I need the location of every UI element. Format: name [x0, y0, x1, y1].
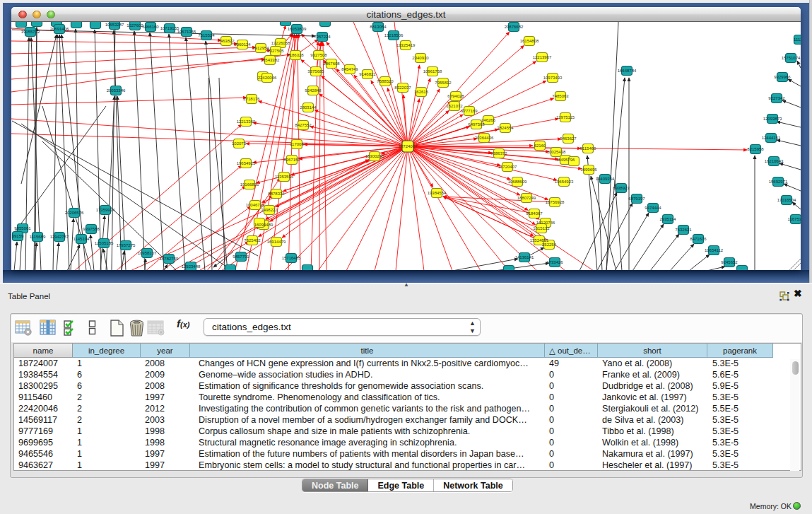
svg-text:12213967: 12213967 [533, 55, 552, 59]
svg-text:18807249: 18807249 [517, 196, 536, 200]
svg-text:12505185: 12505185 [95, 241, 114, 245]
svg-text:10958107: 10958107 [138, 251, 157, 255]
svg-text:19166825: 19166825 [240, 182, 259, 187]
svg-text:13325419: 13325419 [396, 43, 416, 47]
svg-text:9777169: 9777169 [461, 109, 478, 113]
svg-text:2803144: 2803144 [300, 105, 317, 110]
svg-text:7357224: 7357224 [314, 35, 331, 39]
svg-text:16543382: 16543382 [261, 58, 280, 62]
svg-text:6879197: 6879197 [628, 197, 645, 201]
svg-text:9463627: 9463627 [560, 136, 577, 141]
svg-text:18495796: 18495796 [556, 158, 575, 162]
svg-text:1733426: 1733426 [546, 260, 563, 264]
svg-text:16154808: 16154808 [520, 39, 539, 43]
svg-text:20691406: 20691406 [50, 27, 69, 31]
svg-text:746266: 746266 [481, 118, 496, 122]
svg-text:9115460: 9115460 [580, 146, 597, 151]
svg-text:14136141: 14136141 [515, 255, 534, 259]
svg-text:7588520: 7588520 [377, 79, 394, 83]
svg-text:3375685: 3375685 [307, 69, 324, 74]
svg-text:2935114: 2935114 [660, 217, 677, 221]
svg-text:10025438: 10025438 [547, 150, 566, 154]
svg-text:1621072: 1621072 [446, 104, 463, 108]
svg-text:9474444: 9474444 [645, 206, 661, 210]
svg-text:7485063: 7485063 [552, 94, 569, 98]
svg-text:19654923: 19654923 [555, 180, 574, 184]
svg-text:20206576: 20206576 [65, 211, 84, 215]
svg-text:1167533: 1167533 [788, 217, 801, 221]
svg-text:12213369: 12213369 [237, 119, 256, 124]
svg-text:7515524: 7515524 [198, 33, 215, 37]
svg-text:16210643: 16210643 [765, 159, 784, 163]
svg-text:11353594: 11353594 [275, 175, 294, 179]
svg-text:1615132: 1615132 [533, 226, 550, 230]
svg-text:9960124: 9960124 [234, 42, 251, 47]
svg-text:102073: 102073 [232, 141, 247, 146]
svg-text:9699695: 9699695 [580, 168, 597, 172]
svg-text:2867608: 2867608 [323, 62, 340, 66]
svg-text:8186328: 8186328 [287, 53, 304, 57]
svg-text:7632621: 7632621 [675, 228, 692, 232]
svg-text:62160: 62160 [534, 144, 546, 148]
svg-text:9327505: 9327505 [267, 49, 284, 53]
svg-text:12923448: 12923448 [182, 264, 201, 269]
svg-text:10961758: 10961758 [423, 69, 442, 74]
svg-text:9857791: 9857791 [233, 255, 249, 259]
svg-text:18724007: 18724007 [399, 144, 418, 148]
svg-text:8454749: 8454749 [341, 67, 358, 71]
svg-text:8427552: 8427552 [295, 123, 312, 127]
svg-text:17957275: 17957275 [117, 243, 136, 247]
svg-text:9184067: 9184067 [526, 211, 543, 216]
svg-text:39159: 39159 [12, 234, 24, 238]
svg-text:3824554: 3824554 [497, 126, 514, 130]
svg-text:15751074: 15751074 [782, 56, 801, 60]
svg-text:16914479: 16914479 [267, 240, 286, 244]
svg-text:1527602: 1527602 [126, 23, 143, 28]
svg-text:12942757: 12942757 [50, 235, 69, 239]
svg-text:252254: 252254 [542, 243, 557, 247]
svg-text:16099489: 16099489 [254, 223, 273, 227]
svg-text:10671355: 10671355 [177, 30, 196, 34]
svg-text:2718176: 2718176 [243, 97, 260, 101]
svg-text:12093873: 12093873 [763, 117, 782, 121]
svg-text:1115689: 1115689 [30, 235, 46, 239]
svg-text:17359924: 17359924 [96, 208, 115, 212]
svg-text:7463822: 7463822 [218, 39, 235, 43]
svg-text:9397588: 9397588 [83, 227, 100, 231]
svg-text:11124: 11124 [794, 37, 801, 42]
svg-text:10046726: 10046726 [246, 203, 265, 207]
svg-text:15716485: 15716485 [282, 256, 301, 260]
svg-text:8878334: 8878334 [268, 192, 285, 196]
svg-text:9855061: 9855061 [14, 226, 31, 230]
svg-text:19055712: 19055712 [21, 30, 40, 34]
svg-text:17016504: 17016504 [777, 198, 796, 202]
svg-text:3498222: 3498222 [261, 208, 278, 212]
svg-text:117008: 117008 [290, 142, 304, 146]
svg-text:14409354: 14409354 [596, 177, 615, 181]
svg-text:8471676: 8471676 [690, 237, 707, 241]
svg-text:19654925: 19654925 [237, 161, 256, 165]
svg-text:1145194: 1145194 [73, 237, 90, 241]
svg-text:20876682: 20876682 [505, 25, 524, 29]
svg-text:16648784: 16648784 [618, 69, 637, 73]
svg-text:10973493: 10973493 [543, 76, 563, 80]
svg-text:19384554: 19384554 [428, 191, 447, 195]
svg-text:13218506: 13218506 [384, 33, 404, 37]
svg-text:162615: 162615 [414, 90, 429, 94]
svg-text:10654112: 10654112 [705, 248, 724, 252]
svg-text:8267150: 8267150 [283, 158, 300, 162]
svg-text:9146821: 9146821 [359, 72, 376, 76]
svg-text:9227342: 9227342 [768, 96, 785, 100]
svg-text:16053809: 16053809 [288, 27, 307, 31]
svg-text:9245652: 9245652 [721, 260, 738, 264]
svg-text:7955812: 7955812 [435, 81, 452, 85]
svg-text:22420046: 22420046 [258, 76, 277, 80]
svg-text:18300295: 18300295 [365, 154, 384, 158]
svg-text:20364436: 20364436 [475, 136, 494, 140]
svg-text:6497568: 6497568 [468, 122, 485, 127]
svg-text:12444151: 12444151 [762, 136, 781, 140]
svg-text:8322037: 8322037 [394, 86, 411, 90]
svg-text:16120746: 16120746 [536, 221, 555, 225]
svg-text:8813054: 8813054 [370, 25, 387, 29]
svg-text:8938923: 8938923 [613, 186, 630, 190]
